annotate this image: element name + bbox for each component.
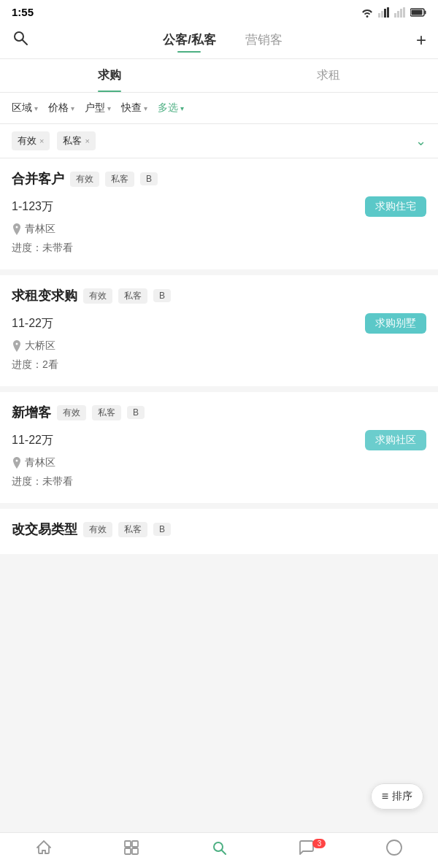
svg-rect-6 xyxy=(400,9,402,18)
battery-icon xyxy=(410,8,426,17)
filter-tag-private[interactable]: 私客 × xyxy=(57,131,95,150)
card-title: 求租变求购 xyxy=(12,287,77,304)
card-list: 合并客户 有效 私客 B 1-123万 求购住宅 青林区 进度：未带看 求租变求… xyxy=(0,158,438,554)
badge-level: B xyxy=(140,172,158,185)
active-filters: 有效 × 私客 × ⌄ xyxy=(0,124,438,158)
chevron-icon: ▾ xyxy=(34,104,38,112)
filter-tag-valid[interactable]: 有效 × xyxy=(12,131,50,150)
badge-valid: 有效 xyxy=(70,172,99,187)
signal2-icon xyxy=(394,7,406,18)
card-location: 青林区 xyxy=(12,456,426,469)
svg-rect-0 xyxy=(378,13,380,18)
card-progress: 进度：2看 xyxy=(12,358,426,372)
card-price: 11-22万 xyxy=(12,433,53,448)
filter-price[interactable]: 价格 ▾ xyxy=(45,100,77,116)
badge-private: 私客 xyxy=(105,172,134,187)
chevron-icon: ▾ xyxy=(107,104,111,112)
badge-private: 私客 xyxy=(118,522,147,537)
card-price-row: 11-22万 求购别墅 xyxy=(12,313,426,334)
card-progress: 进度：未带看 xyxy=(12,242,426,255)
svg-point-17 xyxy=(214,842,223,851)
filter-type[interactable]: 户型 ▾ xyxy=(82,100,114,116)
subtab-buy[interactable]: 求购 xyxy=(0,59,219,92)
svg-rect-10 xyxy=(412,9,423,15)
sort-fab-button[interactable]: ≡ 排序 xyxy=(371,783,423,810)
customer-card[interactable]: 求租变求购 有效 私客 B 11-22万 求购别墅 大桥区 进度：2看 xyxy=(0,275,438,386)
card-location: 青林区 xyxy=(12,223,426,236)
chevron-icon: ▾ xyxy=(180,104,184,112)
card-header: 求租变求购 有效 私客 B xyxy=(12,287,426,304)
card-title: 合并客户 xyxy=(12,170,64,188)
svg-rect-15 xyxy=(125,848,131,854)
nav-message[interactable]: 3 xyxy=(263,839,350,861)
card-header: 新增客 有效 私客 B xyxy=(12,404,426,421)
subtab-rent[interactable]: 求租 xyxy=(219,59,438,92)
svg-rect-9 xyxy=(425,10,426,14)
nav-grid[interactable] xyxy=(88,839,175,861)
svg-rect-2 xyxy=(384,9,386,18)
nav-home[interactable] xyxy=(0,839,88,861)
card-title: 改交易类型 xyxy=(12,521,77,538)
card-header: 合并客户 有效 私客 B xyxy=(12,170,426,188)
chevron-icon: ▾ xyxy=(71,104,74,112)
badge-private: 私客 xyxy=(118,288,147,304)
message-badge: 3 xyxy=(312,839,326,848)
svg-line-12 xyxy=(23,40,27,45)
svg-line-18 xyxy=(222,850,226,854)
location-icon xyxy=(12,457,22,469)
close-icon[interactable]: × xyxy=(39,137,44,145)
badge-valid: 有效 xyxy=(83,288,112,304)
location-icon xyxy=(12,223,22,235)
customer-card[interactable]: 改交易类型 有效 私客 B xyxy=(0,509,438,554)
status-bar: 1:55 xyxy=(0,0,438,21)
filter-bar: 区域 ▾ 价格 ▾ 户型 ▾ 快查 ▾ 多选 ▾ xyxy=(0,93,438,124)
badge-level: B xyxy=(153,289,171,302)
svg-rect-3 xyxy=(387,7,389,18)
svg-rect-13 xyxy=(125,841,131,847)
nav-search[interactable] xyxy=(175,839,263,861)
status-time: 1:55 xyxy=(12,6,34,18)
card-type-button[interactable]: 求购别墅 xyxy=(365,313,426,334)
badge-private: 私客 xyxy=(92,405,121,420)
grid-icon xyxy=(123,839,140,861)
svg-rect-14 xyxy=(132,841,138,847)
header-tabs: 公客/私客 营销客 xyxy=(29,28,416,51)
home-icon xyxy=(35,839,53,861)
profile-icon xyxy=(385,839,403,861)
badge-valid: 有效 xyxy=(57,405,86,420)
card-progress: 进度：未带看 xyxy=(12,475,426,488)
filter-area[interactable]: 区域 ▾ xyxy=(9,100,41,116)
add-button[interactable]: + xyxy=(416,30,426,50)
nav-profile[interactable] xyxy=(350,839,438,861)
card-price-row: 1-123万 求购住宅 xyxy=(12,196,426,217)
card-type-button[interactable]: 求购社区 xyxy=(365,430,426,450)
svg-point-19 xyxy=(387,840,402,855)
svg-point-11 xyxy=(15,32,23,41)
filter-multi[interactable]: 多选 ▾ xyxy=(155,100,187,116)
card-price: 1-123万 xyxy=(12,199,53,215)
tab-public-private[interactable]: 公客/私客 xyxy=(148,28,231,51)
chevron-icon: ▾ xyxy=(144,104,147,112)
customer-card[interactable]: 合并客户 有效 私客 B 1-123万 求购住宅 青林区 进度：未带看 xyxy=(0,158,438,269)
card-price: 11-22万 xyxy=(12,316,53,331)
filter-quick[interactable]: 快查 ▾ xyxy=(118,100,150,116)
signal-icon xyxy=(378,7,390,18)
card-location: 大桥区 xyxy=(12,339,426,353)
expand-filters-button[interactable]: ⌄ xyxy=(415,133,426,149)
search-nav-icon xyxy=(210,839,228,861)
svg-rect-4 xyxy=(394,13,396,18)
sort-icon: ≡ xyxy=(382,790,388,803)
svg-rect-1 xyxy=(381,11,383,18)
badge-level: B xyxy=(127,406,145,419)
customer-card[interactable]: 新增客 有效 私客 B 11-22万 求购社区 青林区 进度：未带看 xyxy=(0,392,438,503)
svg-rect-5 xyxy=(397,11,399,18)
badge-valid: 有效 xyxy=(83,522,112,537)
badge-level: B xyxy=(153,523,171,536)
search-button[interactable] xyxy=(12,29,29,51)
tab-marketing[interactable]: 营销客 xyxy=(231,28,297,51)
status-icons xyxy=(361,7,426,18)
wifi-icon xyxy=(361,7,374,18)
card-type-button[interactable]: 求购住宅 xyxy=(365,196,426,217)
header: 公客/私客 营销客 + xyxy=(0,21,438,59)
close-icon[interactable]: × xyxy=(85,137,89,145)
